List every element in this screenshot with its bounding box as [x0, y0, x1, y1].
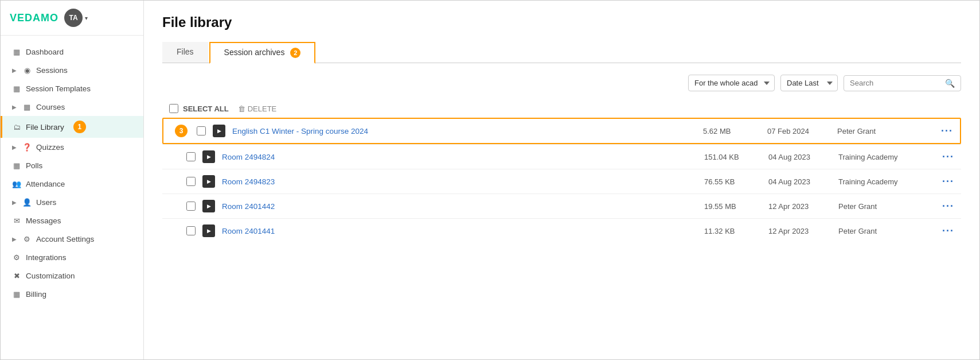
sidebar-item-session-templates[interactable]: ▦ Session Templates [1, 79, 143, 98]
select-all-label[interactable]: SELECT ALL [183, 104, 229, 113]
billing-icon: ▦ [12, 289, 21, 299]
row-user-2: Training Academy [838, 153, 924, 161]
sidebar-item-messages[interactable]: ✉ Messages [1, 211, 143, 230]
row-checkbox-2[interactable] [186, 152, 196, 161]
sidebar-item-label: Account Settings [36, 235, 94, 243]
row-actions-4: ··· [931, 200, 954, 212]
row-name-4[interactable]: Room 2401442 [222, 202, 697, 211]
sidebar-item-label: Users [36, 198, 56, 207]
video-icon-5 [202, 224, 215, 237]
three-dots-menu-4[interactable]: ··· [942, 200, 954, 212]
delete-label: DELETE [248, 104, 277, 113]
sidebar-item-users[interactable]: ▶ 👤 Users [1, 193, 143, 211]
table-row: Room 2494823 76.55 KB 04 Aug 2023 Traini… [162, 169, 961, 193]
row-checkbox-1[interactable] [197, 126, 206, 136]
sidebar-item-label: Customization [26, 272, 75, 280]
expand-icon: ▶ [12, 199, 17, 206]
main-content: File library Files Session archives 2 Fo… [144, 1, 979, 359]
app-container: VEDAMO TA ▾ ▦ Dashboard ▶ ◉ Sessions ▦ S… [0, 0, 980, 360]
three-dots-menu-5[interactable]: ··· [942, 225, 954, 237]
sessions-icon: ◉ [22, 65, 32, 75]
row-size-3: 76.55 KB [704, 177, 762, 186]
sidebar-item-label: Quizzes [36, 143, 64, 152]
expand-icon: ▶ [12, 144, 17, 150]
page-title: File library [162, 14, 961, 30]
avatar-dropdown[interactable]: TA ▾ [64, 9, 88, 27]
tab-session-archives[interactable]: Session archives 2 [209, 42, 316, 64]
avatar: TA [64, 9, 83, 27]
row-name-5[interactable]: Room 2401441 [222, 227, 697, 235]
sidebar-item-quizzes[interactable]: ▶ ❓ Quizzes [1, 138, 143, 156]
row-name-2[interactable]: Room 2494824 [222, 153, 697, 161]
row-date-4: 12 Apr 2023 [768, 202, 831, 211]
sidebar-item-courses[interactable]: ▶ ▦ Courses [1, 98, 143, 116]
sort-filter[interactable]: Date Last Date First Name A-Z Name Z-A [780, 75, 838, 91]
dashboard-icon: ▦ [12, 47, 21, 56]
sidebar-item-label: Integrations [26, 253, 67, 262]
row-size-5: 11.32 KB [704, 227, 762, 235]
table-row: Room 2401442 19.55 MB 12 Apr 2023 Peter … [162, 193, 961, 218]
period-filter[interactable]: For the whole acad This month Last month… [688, 75, 775, 91]
row-size-2: 151.04 KB [704, 153, 762, 161]
customization-icon: ✖ [12, 271, 21, 280]
search-icon: 🔍 [945, 79, 955, 88]
row-user-1: Peter Grant [837, 127, 923, 136]
expand-icon: ▶ [12, 104, 17, 110]
chevron-down-icon: ▾ [85, 15, 88, 21]
row-user-5: Peter Grant [838, 227, 924, 235]
video-icon-3 [202, 175, 215, 188]
polls-icon: ▦ [12, 161, 21, 170]
row-date-3: 04 Aug 2023 [768, 177, 831, 186]
three-dots-menu-2[interactable]: ··· [942, 151, 954, 163]
table-row: Room 2494824 151.04 KB 04 Aug 2023 Train… [162, 144, 961, 169]
delete-icon: 🗑 [238, 104, 245, 113]
attendance-icon: 👥 [12, 179, 21, 188]
sidebar: VEDAMO TA ▾ ▦ Dashboard ▶ ◉ Sessions ▦ S… [1, 1, 144, 359]
row-checkbox-5[interactable] [186, 226, 196, 235]
sidebar-item-label: Billing [26, 290, 46, 299]
sidebar-item-dashboard[interactable]: ▦ Dashboard [1, 42, 143, 61]
tabs-row: Files Session archives 2 [162, 42, 961, 63]
row-actions-3: ··· [931, 176, 954, 188]
table-container: SELECT ALL 🗑 DELETE 3 English C1 Winter … [162, 99, 961, 346]
sidebar-item-sessions[interactable]: ▶ ◉ Sessions [1, 61, 143, 79]
tab-files[interactable]: Files [162, 42, 208, 63]
row-actions-2: ··· [931, 151, 954, 163]
sidebar-item-integrations[interactable]: ⚙ Integrations [1, 248, 143, 266]
step-badge-3: 3 [175, 125, 188, 137]
expand-icon: ▶ [12, 67, 17, 73]
expand-icon: ▶ [12, 236, 17, 242]
video-icon-2 [202, 150, 215, 163]
table-row: 3 English C1 Winter - Spring course 2024… [162, 118, 961, 144]
sidebar-item-account-settings[interactable]: ▶ ⚙ Account Settings [1, 230, 143, 248]
row-actions-5: ··· [931, 225, 954, 237]
video-icon-1 [213, 125, 225, 137]
row-checkbox-3[interactable] [186, 177, 196, 186]
sidebar-item-attendance[interactable]: 👥 Attendance [1, 175, 143, 193]
select-all-checkbox[interactable] [169, 104, 178, 113]
table-row: Room 2401441 11.32 KB 12 Apr 2023 Peter … [162, 218, 961, 243]
courses-icon: ▦ [22, 102, 32, 111]
sidebar-item-billing[interactable]: ▦ Billing [1, 285, 143, 303]
row-date-2: 04 Aug 2023 [768, 153, 831, 161]
row-name-3[interactable]: Room 2494823 [222, 177, 697, 186]
sidebar-item-label: Sessions [36, 66, 68, 75]
select-all-row: SELECT ALL 🗑 DELETE [162, 99, 961, 118]
sidebar-item-label: Courses [36, 103, 65, 111]
sidebar-header: VEDAMO TA ▾ [1, 1, 143, 36]
delete-button[interactable]: 🗑 DELETE [238, 104, 277, 113]
sidebar-item-file-library[interactable]: 🗂 File Library 1 [1, 116, 143, 138]
search-input[interactable] [850, 79, 942, 87]
row-name-1[interactable]: English C1 Winter - Spring course 2024 [232, 127, 696, 136]
session-templates-icon: ▦ [12, 84, 21, 93]
tab-badge: 2 [290, 48, 300, 58]
row-checkbox-4[interactable] [186, 202, 196, 211]
three-dots-menu-1[interactable]: ··· [941, 125, 953, 137]
sidebar-nav: ▦ Dashboard ▶ ◉ Sessions ▦ Session Templ… [1, 36, 143, 359]
row-size-1: 5.62 MB [703, 127, 760, 136]
sidebar-item-customization[interactable]: ✖ Customization [1, 266, 143, 285]
sidebar-item-label: Attendance [26, 180, 65, 188]
sidebar-item-polls[interactable]: ▦ Polls [1, 156, 143, 175]
row-date-1: 07 Feb 2024 [767, 127, 830, 136]
three-dots-menu-3[interactable]: ··· [942, 176, 954, 188]
